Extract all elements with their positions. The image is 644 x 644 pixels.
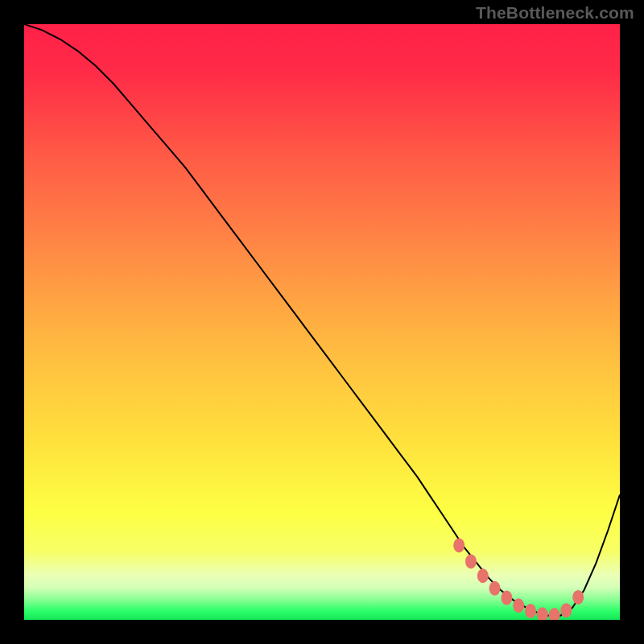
plot-area (24, 24, 620, 620)
curve-marker (477, 568, 489, 583)
curve-marker (465, 554, 477, 568)
curve-marker (572, 590, 584, 605)
watermark-text: TheBottleneck.com (476, 3, 634, 23)
curve-marker (489, 581, 501, 596)
plot-svg (24, 24, 620, 620)
chart-root: TheBottleneck.com (0, 0, 644, 644)
curve-marker (501, 591, 512, 605)
curve-marker (560, 603, 572, 617)
curve-marker (525, 604, 536, 618)
curve-marker (453, 539, 464, 553)
curve-marker (513, 598, 524, 613)
gradient-background (24, 24, 620, 620)
